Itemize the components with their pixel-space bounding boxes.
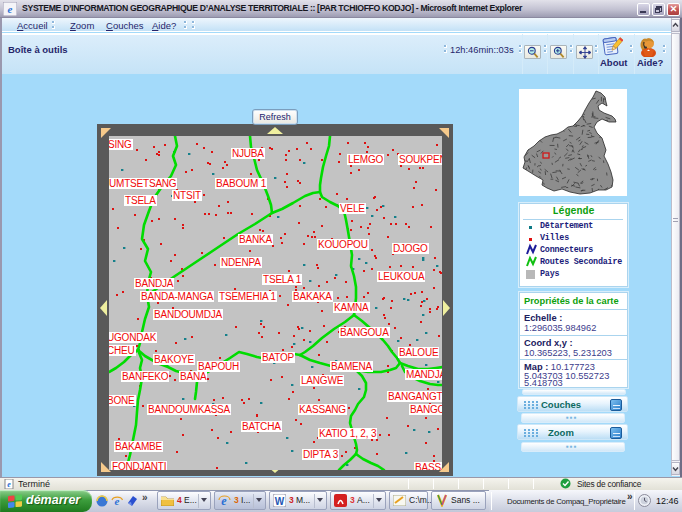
svg-text:W: W — [275, 496, 285, 507]
svg-text:e: e — [7, 480, 11, 489]
svg-text:e: e — [8, 3, 13, 15]
